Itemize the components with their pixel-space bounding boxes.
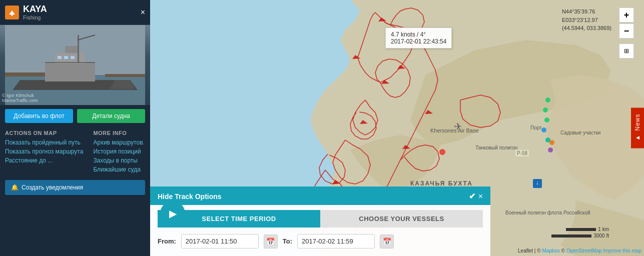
to-date-input[interactable] <box>297 234 375 248</box>
tooltip-time: 2017-02-01 22:43:54 <box>391 38 446 45</box>
zoom-out-button[interactable]: − <box>619 24 634 38</box>
from-calendar-icon[interactable]: 📅 <box>264 234 278 248</box>
actions-left-col: ACTIONS ON MAP Показать пройденный путь … <box>5 130 83 175</box>
close-panel-button[interactable]: × <box>141 8 145 17</box>
svg-text:✈: ✈ <box>454 121 462 132</box>
map-label-air-base: Khersones Air Base <box>430 128 479 134</box>
vessel-name: KAYA <box>23 4 47 14</box>
vessel-dot-green1 <box>545 98 550 102</box>
map-tooltip: 4.7 knots / 4° 2017-02-01 22:43:54 <box>385 28 452 48</box>
svg-rect-23 <box>45 62 95 82</box>
svg-rect-17 <box>11 14 13 16</box>
track-options-header: Hide Track Options ✔ × <box>150 188 490 205</box>
coord-decimal: (44.5944, 033.3869) <box>562 24 611 32</box>
zoom-controls: + − ⊞ <box>619 8 634 58</box>
hide-track-label: Hide Track Options <box>158 192 222 200</box>
vessel-image: © Igor KlimchukMarineTraffic.com <box>0 25 150 105</box>
to-calendar-icon[interactable]: 📅 <box>380 234 394 248</box>
photo-credit: © Igor KlimchukMarineTraffic.com <box>2 93 38 103</box>
coord-lon: E033°23'12.97 <box>562 16 611 24</box>
bell-icon: 🔔 <box>11 184 19 191</box>
track-options-panel: Hide Track Options ✔ × SELECT TIME PERIO… <box>150 186 490 256</box>
svg-marker-14 <box>402 145 410 149</box>
vessel-dot-purple <box>548 148 553 152</box>
svg-marker-6 <box>397 65 405 69</box>
map-label-military: Военный полигон флота Российской <box>505 210 590 216</box>
svg-rect-20 <box>5 72 45 76</box>
action-distance[interactable]: Расстояние до ... <box>5 157 83 164</box>
scale-ft: 3000 ft <box>593 233 609 238</box>
action-buttons: Добавить во флот Детали судна <box>0 105 150 127</box>
tab-row: SELECT TIME PERIOD CHOOSE YOUR VESSELS <box>158 210 483 228</box>
action-archive[interactable]: Архив маршрутов. <box>93 139 144 146</box>
action-history[interactable]: История позиций <box>93 148 144 155</box>
vessel-icon-box <box>5 6 19 20</box>
svg-rect-28 <box>58 56 62 59</box>
action-ports[interactable]: Заходы в порты <box>93 157 144 164</box>
news-sidebar[interactable]: ▸ News <box>631 108 644 148</box>
osm-link[interactable]: OpenStreetMap <box>566 248 602 254</box>
from-date-input[interactable] <box>181 234 259 248</box>
coord-lat: N44°35'39.76 <box>562 8 611 16</box>
svg-marker-11 <box>332 180 340 184</box>
vessel-dot-green3 <box>544 118 549 122</box>
map-label-road: Р-58 <box>515 150 529 156</box>
map-label-sadovye: Садовые участки <box>560 130 600 136</box>
svg-rect-25 <box>65 46 78 53</box>
actions-left-title: ACTIONS ON MAP <box>5 130 83 136</box>
vessel-dot-orange <box>549 140 554 145</box>
notify-label: Создать уведомления <box>22 184 83 191</box>
svg-marker-5 <box>381 80 389 84</box>
actions-section: ACTIONS ON MAP Показать пройденный путь … <box>0 127 150 178</box>
vessel-type: Fishing <box>23 14 47 20</box>
action-show-path[interactable]: Показать пройденный путь <box>5 139 83 146</box>
vessel-dot-green2 <box>543 108 548 112</box>
scale-km: 1 km <box>598 226 609 232</box>
improve-link[interactable]: Improve this map <box>603 248 641 254</box>
tab-choose-vessels[interactable]: CHOOSE YOUR VESSELS <box>320 210 483 228</box>
vessel-details-button[interactable]: Детали судна <box>77 109 145 123</box>
svg-marker-8 <box>378 18 386 22</box>
map-label-port: Порт <box>530 125 542 130</box>
tooltip-speed: 4.7 knots / 4° <box>391 31 446 38</box>
to-label: To: <box>283 238 292 245</box>
vessel-dot-red <box>439 149 445 155</box>
vessel-dot-blue <box>541 128 546 132</box>
svg-marker-9 <box>352 55 360 59</box>
coordinates-display: N44°35'39.76 E033°23'12.97 (44.5944, 033… <box>562 8 611 32</box>
svg-rect-30 <box>71 56 75 59</box>
panel-header: KAYA Fishing × <box>0 0 150 25</box>
track-options-body: SELECT TIME PERIOD CHOOSE YOUR VESSELS F… <box>150 205 490 256</box>
actions-right-col: MORE INFO Архив маршрутов. История позиц… <box>93 130 144 175</box>
svg-rect-21 <box>105 74 145 77</box>
left-panel: KAYA Fishing × <box>0 0 150 256</box>
actions-right-title: MORE INFO <box>93 130 144 136</box>
attribution: Leaflet | © Mapbox © OpenStreetMap Impro… <box>518 248 641 254</box>
svg-marker-15 <box>425 110 433 114</box>
map-label-kazachya: КАЗАЧЬЯ БУХТА <box>410 180 473 187</box>
highway-icon: i <box>533 179 542 188</box>
svg-marker-2 <box>350 135 440 190</box>
vessel-info: KAYA Fishing <box>23 4 47 20</box>
layers-button[interactable]: ⊞ <box>619 44 634 58</box>
date-row: From: 📅 To: 📅 <box>158 232 483 251</box>
hide-track-close-button[interactable]: × <box>478 192 483 201</box>
action-show-forecast[interactable]: Показать прогноз маршрута <box>5 148 83 155</box>
action-nearby[interactable]: Ближайшие суда <box>93 166 144 173</box>
svg-marker-10 <box>360 120 368 124</box>
svg-marker-1 <box>410 40 610 145</box>
svg-rect-29 <box>64 56 68 59</box>
notify-button[interactable]: 🔔 Создать уведомления <box>5 180 145 195</box>
play-button[interactable]: ▶ <box>160 201 185 226</box>
svg-marker-3 <box>545 75 644 200</box>
news-label: News <box>634 114 641 130</box>
zoom-in-button[interactable]: + <box>619 8 634 22</box>
scale-bar: 1 km 3000 ft <box>551 226 609 238</box>
panel-header-left: KAYA Fishing <box>5 4 47 20</box>
add-fleet-button[interactable]: Добавить во флот <box>5 109 73 123</box>
from-label: From: <box>158 238 176 245</box>
mapbox-link[interactable]: Mapbox <box>542 248 560 254</box>
map-label-tank: Танковый полигон <box>475 145 517 150</box>
